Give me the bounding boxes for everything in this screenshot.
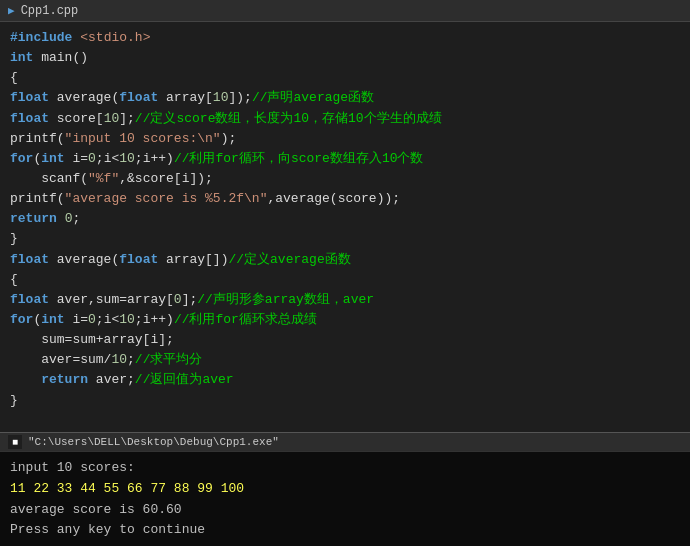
code-line-8: scanf("%f",&score[i]); [10, 169, 680, 189]
terminal-line-3: average score is 60.60 [10, 500, 680, 521]
code-line-4: float average(float array[10]);//声明avera… [10, 88, 680, 108]
terminal-title: "C:\Users\DELL\Desktop\Debug\Cpp1.exe" [28, 436, 279, 448]
code-line-10: return 0; [10, 209, 680, 229]
code-line-16: sum=sum+array[i]; [10, 330, 680, 350]
code-line-12: float average(float array[])//定义average函… [10, 250, 680, 270]
code-line-5: float score[10];//定义score数组，长度为10，存储10个学… [10, 109, 680, 129]
code-line-7: for(int i=0;i<10;i++)//利用for循环，向score数组存… [10, 149, 680, 169]
code-line-9: printf("average score is %5.2f\n",averag… [10, 189, 680, 209]
code-line-19: } [10, 391, 680, 411]
code-line-17: aver=sum/10;//求平均分 [10, 350, 680, 370]
file-icon: ▶ [8, 4, 15, 17]
code-line-18: return aver;//返回值为aver [10, 370, 680, 390]
code-line-11: } [10, 229, 680, 249]
code-line-1: #include <stdio.h> [10, 28, 680, 48]
code-line-3: { [10, 68, 680, 88]
code-line-2: int main() [10, 48, 680, 68]
terminal-line-2: 11 22 33 44 55 66 77 88 99 100 [10, 479, 680, 500]
code-line-15: for(int i=0;i<10;i++)//利用for循环求总成绩 [10, 310, 680, 330]
code-line-14: float aver,sum=array[0];//声明形参array数组，av… [10, 290, 680, 310]
code-line-6: printf("input 10 scores:\n"); [10, 129, 680, 149]
code-line-13: { [10, 270, 680, 290]
title-bar: ▶ Cpp1.cpp [0, 0, 690, 22]
terminal-line-1: input 10 scores: [10, 458, 680, 479]
terminal-bar: ■ "C:\Users\DELL\Desktop\Debug\Cpp1.exe" [0, 432, 690, 452]
terminal-area: input 10 scores: 11 22 33 44 55 66 77 88… [0, 452, 690, 546]
terminal-line-4: Press any key to continue [10, 520, 680, 541]
title-filename: Cpp1.cpp [21, 4, 79, 18]
terminal-icon: ■ [8, 435, 22, 449]
code-editor: #include <stdio.h> int main() { float av… [0, 22, 690, 432]
